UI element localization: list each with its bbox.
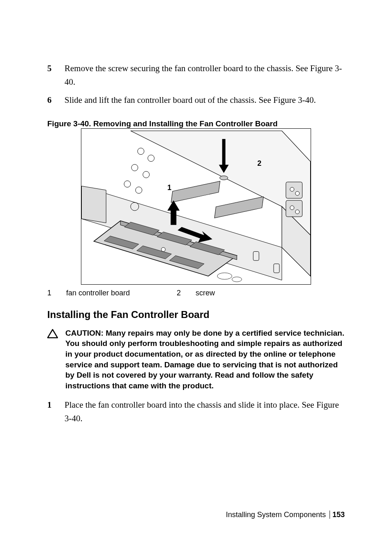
svg-point-6 (138, 148, 144, 154)
svg-rect-4 (171, 181, 220, 202)
svg-point-30 (295, 191, 300, 195)
fan-controller-diagram-svg: 1 2 (81, 129, 311, 284)
legend-label: screw (196, 289, 215, 297)
svg-point-36 (232, 277, 242, 282)
svg-point-35 (217, 273, 232, 279)
footer-page-number: 153 (332, 511, 345, 519)
svg-point-7 (148, 155, 154, 161)
step-text: Place the fan controller board into the … (65, 398, 345, 425)
install-step-1: 1 Place the fan controller board into th… (47, 398, 345, 425)
svg-point-29 (290, 187, 294, 191)
svg-point-24 (161, 247, 165, 251)
step-number: 1 (47, 398, 65, 425)
step-5: 5 Remove the screw securing the fan cont… (47, 62, 345, 88)
svg-rect-5 (214, 197, 263, 218)
step-number: 6 (47, 93, 65, 107)
figure-diagram: 1 2 (81, 128, 311, 285)
svg-marker-37 (48, 330, 58, 338)
removal-steps: 5 Remove the screw securing the fan cont… (47, 62, 345, 107)
caution-block: CAUTION: Many repairs may only be done b… (47, 328, 345, 391)
svg-point-31 (290, 206, 294, 210)
section-heading-installing: Installing the Fan Controller Board (47, 309, 345, 320)
svg-point-11 (136, 187, 142, 193)
figure-caption: Figure 3-40. Removing and Installing the… (47, 119, 345, 128)
callout-1: 1 (167, 183, 171, 192)
step-text: Slide and lift the fan controller board … (65, 93, 345, 107)
svg-point-8 (131, 164, 138, 171)
svg-marker-3 (81, 186, 106, 223)
svg-point-32 (295, 210, 300, 214)
svg-point-10 (124, 181, 131, 187)
caution-icon (47, 329, 58, 339)
legend-label: fan controller board (66, 289, 130, 297)
legend-item-1: 1 fan controller board (47, 289, 177, 297)
step-number: 5 (47, 62, 65, 88)
svg-point-9 (143, 171, 150, 178)
legend-number: 2 (177, 289, 184, 297)
page-footer: Installing System Components 153 (226, 511, 345, 519)
footer-section: Installing System Components (226, 511, 326, 519)
step-6: 6 Slide and lift the fan controller boar… (47, 93, 345, 107)
callout-2: 2 (257, 159, 261, 167)
figure-legend: 1 fan controller board 2 screw (47, 289, 345, 297)
install-steps: 1 Place the fan controller board into th… (47, 398, 345, 425)
svg-rect-33 (253, 251, 259, 260)
caution-text: CAUTION: Many repairs may only be done b… (65, 328, 345, 391)
svg-rect-34 (274, 264, 279, 273)
legend-item-2: 2 screw (177, 289, 215, 297)
step-text: Remove the screw securing the fan contro… (65, 62, 345, 88)
legend-number: 1 (47, 289, 55, 297)
svg-point-15 (220, 176, 228, 180)
